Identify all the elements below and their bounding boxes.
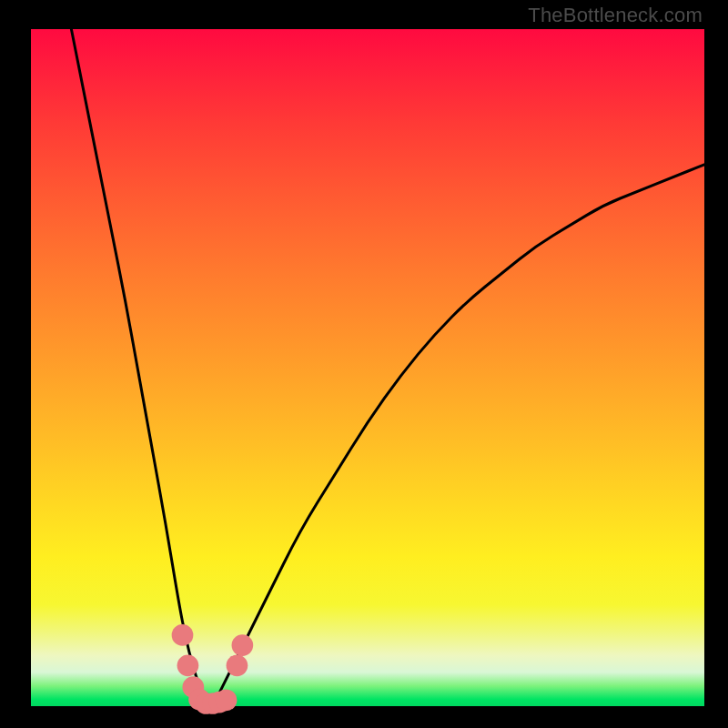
curve-marker <box>172 624 194 646</box>
chart-frame: TheBottleneck.com <box>0 0 728 728</box>
curve-marker <box>216 689 238 711</box>
bottleneck-curve <box>219 165 704 693</box>
curve-layer <box>0 0 728 728</box>
curve-marker <box>227 655 248 677</box>
curve-marker <box>232 634 254 656</box>
bottleneck-curve <box>71 29 206 706</box>
curve-marker <box>177 655 199 677</box>
